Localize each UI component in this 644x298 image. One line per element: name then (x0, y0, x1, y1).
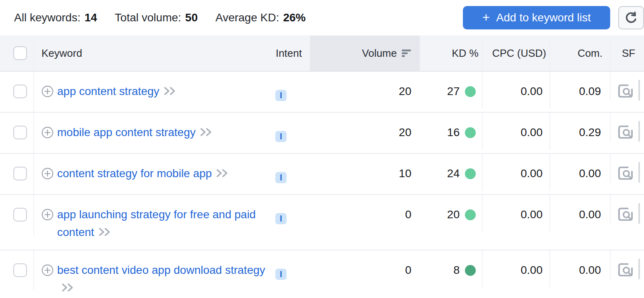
column-header-com[interactable]: Com. (549, 35, 610, 71)
scrollbar-thumb[interactable] (638, 259, 640, 279)
row-checkbox[interactable] (13, 167, 27, 180)
intent-badge[interactable]: I (275, 213, 287, 224)
table-row: app content strategy I 20 27 0.00 0.09 (0, 72, 644, 113)
column-header-cpc[interactable]: CPC (USD) (482, 35, 549, 71)
refresh-icon (624, 11, 638, 25)
refresh-button[interactable] (618, 6, 644, 29)
keyword-link[interactable]: best content video app download strategy (57, 264, 265, 276)
intent-badge[interactable]: I (275, 131, 287, 142)
intent-header-label: Intent (276, 47, 302, 60)
table-body: app content strategy I 20 27 0.00 0.09 (0, 72, 644, 298)
kd-cell: 16 (420, 113, 482, 150)
intent-badge[interactable]: I (275, 172, 287, 183)
add-keyword-plus-icon[interactable] (41, 85, 54, 100)
total-volume-value: 50 (185, 11, 198, 24)
add-button-label: Add to keyword list (496, 11, 591, 24)
kd-value: 16 (447, 124, 460, 141)
select-all-checkbox[interactable] (13, 46, 27, 60)
serp-features-icon[interactable] (617, 166, 634, 183)
toolbar: All keywords: 14 Total volume: 50 Averag… (0, 0, 644, 35)
kd-difficulty-dot (465, 86, 476, 97)
expand-keyword-chevrons-icon[interactable] (200, 127, 213, 137)
all-keywords-summary: All keywords: 14 (14, 11, 97, 24)
row-checkbox-cell (0, 154, 34, 194)
add-to-keyword-list-button[interactable]: + Add to keyword list (463, 6, 610, 29)
scrollbar-thumb[interactable] (638, 80, 640, 101)
add-keyword-plus-icon[interactable] (41, 264, 54, 297)
keyword-cell: mobile app content strategy (34, 113, 266, 150)
keyword-text: app launching strategy for free and paid… (57, 206, 266, 241)
column-header-volume[interactable]: Volume (310, 35, 420, 71)
row-checkbox[interactable] (13, 126, 27, 139)
column-header-intent[interactable]: Intent (266, 35, 310, 71)
total-volume-label: Total volume: (115, 11, 181, 24)
row-checkbox-cell (0, 113, 34, 153)
row-checkbox-cell (0, 195, 34, 235)
intent-badge[interactable]: I (275, 269, 287, 280)
table-row: best content video app download strategy… (0, 250, 644, 298)
com-cell: 0.09 (549, 72, 610, 109)
column-header-keyword[interactable]: Keyword (34, 35, 266, 71)
sf-cell (610, 113, 644, 142)
row-checkbox-cell (0, 72, 34, 112)
row-checkbox[interactable] (13, 263, 27, 277)
table-row: content strategy for mobile app I 10 24 … (0, 154, 644, 195)
kd-value: 24 (447, 165, 460, 182)
expand-keyword-chevrons-icon[interactable] (61, 283, 75, 292)
serp-features-icon[interactable] (617, 263, 634, 279)
keyword-cell: app launching strategy for free and paid… (34, 195, 266, 250)
sf-cell (610, 72, 644, 101)
kd-difficulty-dot (465, 127, 476, 138)
keyword-link[interactable]: mobile app content strategy (57, 126, 196, 139)
kd-cell: 24 (420, 154, 482, 191)
keyword-text: content strategy for mobile app (57, 165, 229, 182)
keyword-text: app content strategy (57, 83, 177, 100)
volume-cell: 0 (310, 195, 420, 232)
cpc-cell: 0.00 (482, 72, 549, 109)
volume-cell: 0 (310, 250, 420, 288)
keyword-link[interactable]: content strategy for mobile app (57, 167, 212, 180)
serp-features-icon[interactable] (617, 84, 634, 101)
keyword-header-label: Keyword (41, 47, 82, 60)
intent-cell: I (266, 113, 310, 153)
kd-value: 20 (447, 206, 460, 224)
sf-header-label: SF (622, 47, 635, 60)
cpc-cell: 0.00 (482, 154, 549, 191)
intent-badge[interactable]: I (275, 90, 287, 101)
all-keywords-value: 14 (85, 11, 97, 24)
cpc-cell: 0.00 (482, 113, 549, 150)
kd-value: 27 (447, 83, 460, 100)
select-all-cell (0, 35, 34, 71)
add-keyword-plus-icon[interactable] (41, 126, 54, 141)
keywords-summary: All keywords: 14 Total volume: 50 Averag… (14, 11, 306, 24)
all-keywords-label: All keywords: (14, 11, 80, 24)
volume-cell: 20 (310, 113, 420, 150)
row-checkbox[interactable] (13, 208, 27, 221)
volume-header-label: Volume (362, 47, 397, 60)
serp-features-icon[interactable] (617, 125, 634, 142)
kd-value: 8 (453, 261, 460, 279)
keyword-link[interactable]: app content strategy (57, 85, 159, 97)
expand-keyword-chevrons-icon[interactable] (163, 86, 177, 96)
column-header-sf[interactable]: SF (610, 35, 644, 71)
expand-keyword-chevrons-icon[interactable] (216, 168, 229, 178)
com-header-label: Com. (578, 47, 603, 60)
keyword-text: best content video app download strategy (57, 261, 266, 297)
keyword-link[interactable]: app launching strategy for free and paid… (57, 208, 256, 238)
row-checkbox[interactable] (13, 85, 27, 98)
cpc-cell: 0.00 (482, 250, 549, 288)
keyword-cell: content strategy for mobile app (34, 154, 266, 191)
scrollbar-thumb[interactable] (638, 162, 640, 183)
serp-features-icon[interactable] (617, 207, 634, 224)
intent-cell: I (266, 195, 310, 235)
scrollbar-thumb[interactable] (638, 203, 640, 224)
add-keyword-plus-icon[interactable] (41, 168, 54, 182)
column-header-kd[interactable]: KD % (420, 35, 482, 71)
add-keyword-plus-icon[interactable] (41, 209, 54, 241)
intent-cell: I (266, 154, 310, 194)
scrollbar-thumb[interactable] (638, 121, 640, 142)
expand-keyword-chevrons-icon[interactable] (98, 227, 112, 237)
keyword-cell: app content strategy (34, 72, 266, 109)
total-volume-summary: Total volume: 50 (115, 11, 198, 24)
keyword-text: mobile app content strategy (57, 124, 213, 141)
